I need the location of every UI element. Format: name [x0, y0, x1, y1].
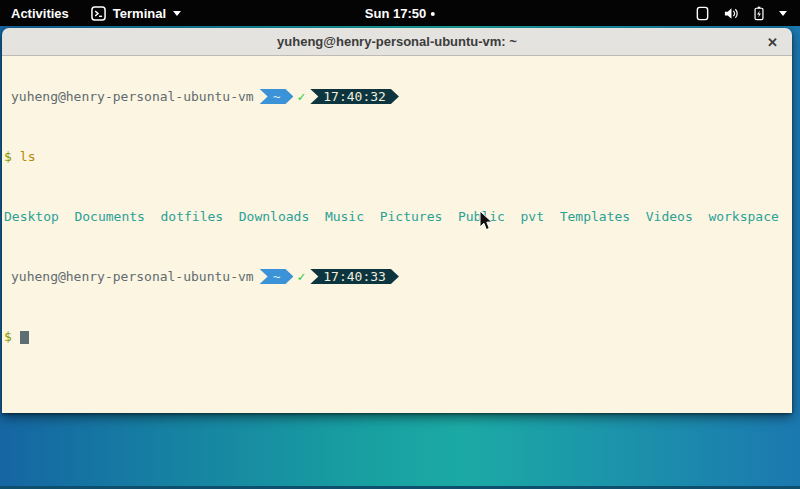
battery-charging-icon	[752, 6, 766, 21]
prompt-time-segment: 17:40:32	[310, 89, 399, 104]
notification-dot	[431, 12, 435, 16]
directory-name: dotfiles	[161, 209, 224, 224]
display-icon	[695, 6, 710, 21]
activities-button[interactable]: Activities	[0, 0, 81, 26]
clock-button[interactable]: Sun 17:50	[359, 0, 441, 26]
app-indicator-terminal[interactable]: Terminal	[81, 0, 191, 26]
directory-name: Templates	[560, 209, 630, 224]
shell-prompt-symbol: $	[4, 329, 12, 344]
prompt-status-check-icon: ✓	[297, 269, 305, 284]
window-titlebar[interactable]: yuheng@henry-personal-ubuntu-vm: ~ ✕	[2, 28, 792, 56]
input-line[interactable]: $	[4, 329, 792, 344]
chevron-down-icon	[173, 11, 181, 16]
terminal-content[interactable]: yuheng@henry-personal-ubuntu-vm~✓17:40:3…	[2, 56, 792, 413]
prompt-user-host: yuheng@henry-personal-ubuntu-vm	[11, 89, 254, 104]
shell-prompt-symbol: $	[4, 149, 12, 164]
directory-name: Downloads	[239, 209, 309, 224]
directory-name: Desktop	[4, 209, 59, 224]
directory-name: workspace	[708, 209, 778, 224]
directory-name: Pictures	[380, 209, 443, 224]
top-bar: Activities Terminal Sun 17:50	[0, 0, 800, 26]
directory-name: Videos	[646, 209, 693, 224]
directory-name: Music	[325, 209, 364, 224]
volume-icon	[723, 6, 739, 21]
app-indicator-label: Terminal	[113, 6, 166, 21]
terminal-cursor	[20, 331, 29, 344]
close-icon[interactable]: ✕	[763, 32, 782, 51]
command-line: $ls	[4, 149, 792, 164]
prompt-status-check-icon: ✓	[297, 89, 305, 104]
top-bar-left: Activities Terminal	[0, 0, 191, 26]
top-bar-right	[685, 0, 800, 26]
ls-output-line: DesktopDocumentsdotfilesDownloadsMusicPi…	[4, 209, 792, 224]
typed-command: ls	[20, 149, 36, 164]
directory-name: Documents	[74, 209, 144, 224]
mouse-cursor	[479, 210, 494, 232]
terminal-app-icon	[91, 6, 106, 21]
clock-label: Sun 17:50	[365, 6, 426, 21]
system-menu-button[interactable]	[685, 0, 800, 26]
prompt-cwd-segment: ~	[260, 269, 294, 284]
prompt-time-segment: 17:40:33	[310, 269, 399, 284]
directory-name: pvt	[521, 209, 544, 224]
prompt-cwd-segment: ~	[260, 89, 294, 104]
prompt-user-host: yuheng@henry-personal-ubuntu-vm	[11, 269, 254, 284]
prompt-line-1: yuheng@henry-personal-ubuntu-vm~✓17:40:3…	[4, 89, 792, 104]
prompt-line-2: yuheng@henry-personal-ubuntu-vm~✓17:40:3…	[4, 269, 792, 284]
desktop-background: Activities Terminal Sun 17:50	[0, 0, 800, 489]
window-title: yuheng@henry-personal-ubuntu-vm: ~	[277, 34, 517, 49]
chevron-down-icon	[779, 11, 787, 16]
terminal-window: yuheng@henry-personal-ubuntu-vm: ~ ✕ yuh…	[2, 28, 792, 413]
